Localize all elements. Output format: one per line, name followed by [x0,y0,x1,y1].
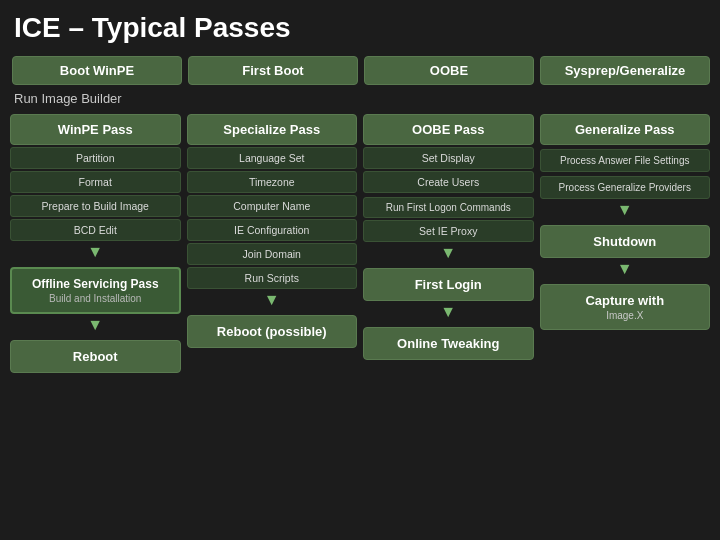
oobe-firstlogin-box: First Login [363,268,534,301]
col-winpe: WinPE Pass Partition Format Prepare to B… [10,114,181,373]
winpe-pass-items: Partition Format Prepare to Build Image … [10,147,181,241]
generalize-arrow-down: ▼ [540,202,711,218]
capture-label: Capture with [585,293,664,308]
offline-servicing-box: Offline Servicing Pass Build and Install… [10,267,181,314]
col-generalize: Generalize Pass Process Answer File Sett… [540,114,711,373]
page: ICE – Typical Passes Boot WinPE First Bo… [0,0,720,540]
phase-header-winpe: Boot WinPE [12,56,182,85]
page-title: ICE – Typical Passes [10,12,710,44]
generalize-item-processgeneralize: Process Generalize Providers [540,176,711,199]
oobe-item-firstlogon: Run First Logon Commands [363,197,534,218]
oobe-tweaking-arrow: ▼ [363,304,534,320]
generalize-item-processanswer: Process Answer File Settings [540,149,711,172]
winpe-item-bcd: BCD Edit [10,219,181,241]
oobe-pass-items: Set Display Create Users Run First Logon… [363,147,534,242]
online-tweaking-box: Online Tweaking [363,327,534,360]
capture-sublabel: Image.X [545,310,706,321]
run-image-builder-label: Run Image Builder [10,91,710,106]
oobe-arrow-down: ▼ [363,245,534,261]
winpe-reboot-box: Reboot [10,340,181,373]
shutdown-box: Shutdown [540,225,711,258]
specialize-item-computername: Computer Name [187,195,358,217]
specialize-pass-items: Language Set Timezone Computer Name IE C… [187,147,358,289]
offline-subtitle: Build and Installation [16,293,175,304]
winpe-pass-header: WinPE Pass [10,114,181,145]
phase-headers-row: Boot WinPE First Boot OOBE Sysprep/Gener… [10,56,710,85]
oobe-pass-header: OOBE Pass [363,114,534,145]
specialize-reboot-box: Reboot (possible) [187,315,358,348]
specialize-item-runscripts: Run Scripts [187,267,358,289]
oobe-item-createusers: Create Users [363,171,534,193]
oobe-item-display: Set Display [363,147,534,169]
specialize-item-language: Language Set [187,147,358,169]
specialize-item-joindomain: Join Domain [187,243,358,265]
specialize-item-ie: IE Configuration [187,219,358,241]
phase-header-oobe: OOBE [364,56,534,85]
winpe-item-partition: Partition [10,147,181,169]
phase-header-sysprep: Sysprep/Generalize [540,56,710,85]
columns-container: WinPE Pass Partition Format Prepare to B… [10,114,710,373]
offline-title: Offline Servicing Pass [32,277,159,291]
specialize-pass-header: Specialize Pass [187,114,358,145]
oobe-item-ieproxy: Set IE Proxy [363,220,534,242]
generalize-arrow-down2: ▼ [540,261,711,277]
winpe-item-format: Format [10,171,181,193]
generalize-pass-header: Generalize Pass [540,114,711,145]
specialize-arrow-down: ▼ [187,292,358,308]
winpe-arrow-down: ▼ [10,244,181,260]
generalize-pass-items: Process Answer File Settings Process Gen… [540,147,711,199]
winpe-arrow-down2: ▼ [10,317,181,333]
phase-header-firstboot: First Boot [188,56,358,85]
specialize-item-timezone: Timezone [187,171,358,193]
col-specialize: Specialize Pass Language Set Timezone Co… [187,114,358,373]
col-oobe: OOBE Pass Set Display Create Users Run F… [363,114,534,373]
capture-box: Capture with Image.X [540,284,711,330]
winpe-item-prepare: Prepare to Build Image [10,195,181,217]
